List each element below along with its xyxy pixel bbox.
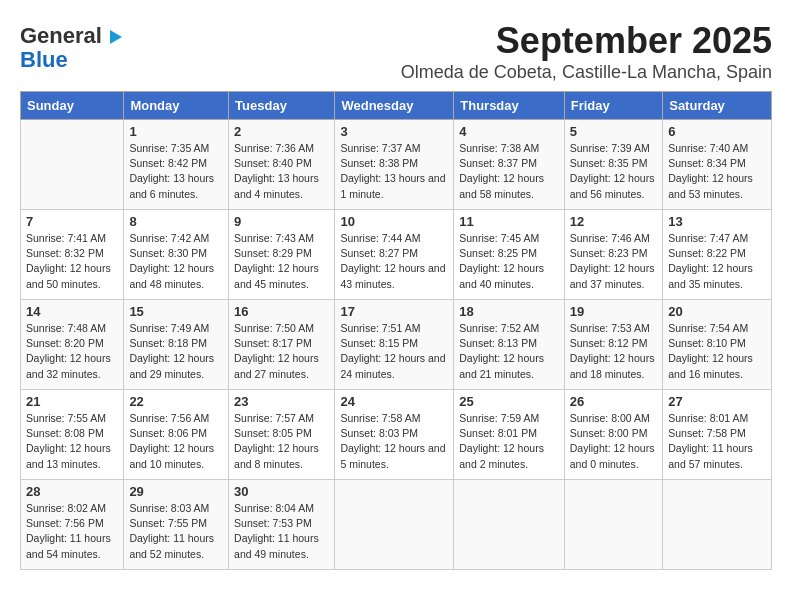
calendar-cell: 10Sunrise: 7:44 AMSunset: 8:27 PMDayligh… <box>335 210 454 300</box>
calendar-cell <box>663 480 772 570</box>
cell-details: Sunrise: 7:55 AMSunset: 8:08 PMDaylight:… <box>26 411 118 472</box>
calendar-cell: 2Sunrise: 7:36 AMSunset: 8:40 PMDaylight… <box>229 120 335 210</box>
calendar-cell: 16Sunrise: 7:50 AMSunset: 8:17 PMDayligh… <box>229 300 335 390</box>
day-number: 26 <box>570 394 657 409</box>
day-number: 7 <box>26 214 118 229</box>
calendar-cell: 26Sunrise: 8:00 AMSunset: 8:00 PMDayligh… <box>564 390 662 480</box>
calendar-cell: 17Sunrise: 7:51 AMSunset: 8:15 PMDayligh… <box>335 300 454 390</box>
page-subtitle: Olmeda de Cobeta, Castille-La Mancha, Sp… <box>20 62 772 83</box>
cell-details: Sunrise: 7:47 AMSunset: 8:22 PMDaylight:… <box>668 231 766 292</box>
calendar-cell: 21Sunrise: 7:55 AMSunset: 8:08 PMDayligh… <box>21 390 124 480</box>
calendar-cell: 29Sunrise: 8:03 AMSunset: 7:55 PMDayligh… <box>124 480 229 570</box>
cell-details: Sunrise: 7:37 AMSunset: 8:38 PMDaylight:… <box>340 141 448 202</box>
day-number: 3 <box>340 124 448 139</box>
calendar-cell: 23Sunrise: 7:57 AMSunset: 8:05 PMDayligh… <box>229 390 335 480</box>
day-number: 28 <box>26 484 118 499</box>
column-header-friday: Friday <box>564 92 662 120</box>
calendar-cell: 14Sunrise: 7:48 AMSunset: 8:20 PMDayligh… <box>21 300 124 390</box>
cell-details: Sunrise: 8:00 AMSunset: 8:00 PMDaylight:… <box>570 411 657 472</box>
day-number: 18 <box>459 304 559 319</box>
calendar-cell: 11Sunrise: 7:45 AMSunset: 8:25 PMDayligh… <box>454 210 565 300</box>
cell-details: Sunrise: 7:51 AMSunset: 8:15 PMDaylight:… <box>340 321 448 382</box>
week-row-2: 7Sunrise: 7:41 AMSunset: 8:32 PMDaylight… <box>21 210 772 300</box>
page-header: September 2025 Olmeda de Cobeta, Castill… <box>20 20 772 83</box>
day-number: 25 <box>459 394 559 409</box>
day-number: 10 <box>340 214 448 229</box>
day-number: 27 <box>668 394 766 409</box>
cell-details: Sunrise: 7:39 AMSunset: 8:35 PMDaylight:… <box>570 141 657 202</box>
calendar-cell: 7Sunrise: 7:41 AMSunset: 8:32 PMDaylight… <box>21 210 124 300</box>
day-number: 2 <box>234 124 329 139</box>
cell-details: Sunrise: 8:03 AMSunset: 7:55 PMDaylight:… <box>129 501 223 562</box>
cell-details: Sunrise: 8:01 AMSunset: 7:58 PMDaylight:… <box>668 411 766 472</box>
cell-details: Sunrise: 7:46 AMSunset: 8:23 PMDaylight:… <box>570 231 657 292</box>
cell-details: Sunrise: 7:42 AMSunset: 8:30 PMDaylight:… <box>129 231 223 292</box>
calendar-cell: 9Sunrise: 7:43 AMSunset: 8:29 PMDaylight… <box>229 210 335 300</box>
cell-details: Sunrise: 7:59 AMSunset: 8:01 PMDaylight:… <box>459 411 559 472</box>
week-row-4: 21Sunrise: 7:55 AMSunset: 8:08 PMDayligh… <box>21 390 772 480</box>
cell-details: Sunrise: 8:02 AMSunset: 7:56 PMDaylight:… <box>26 501 118 562</box>
day-number: 20 <box>668 304 766 319</box>
calendar-cell: 18Sunrise: 7:52 AMSunset: 8:13 PMDayligh… <box>454 300 565 390</box>
logo-general: General <box>20 23 102 48</box>
cell-details: Sunrise: 7:49 AMSunset: 8:18 PMDaylight:… <box>129 321 223 382</box>
cell-details: Sunrise: 7:35 AMSunset: 8:42 PMDaylight:… <box>129 141 223 202</box>
day-number: 22 <box>129 394 223 409</box>
cell-details: Sunrise: 7:45 AMSunset: 8:25 PMDaylight:… <box>459 231 559 292</box>
day-number: 23 <box>234 394 329 409</box>
day-number: 6 <box>668 124 766 139</box>
calendar-cell <box>21 120 124 210</box>
logo-blue: Blue <box>20 48 68 72</box>
day-number: 30 <box>234 484 329 499</box>
calendar-cell: 19Sunrise: 7:53 AMSunset: 8:12 PMDayligh… <box>564 300 662 390</box>
calendar-cell: 4Sunrise: 7:38 AMSunset: 8:37 PMDaylight… <box>454 120 565 210</box>
calendar-cell <box>335 480 454 570</box>
calendar-cell: 30Sunrise: 8:04 AMSunset: 7:53 PMDayligh… <box>229 480 335 570</box>
day-number: 8 <box>129 214 223 229</box>
calendar-cell: 6Sunrise: 7:40 AMSunset: 8:34 PMDaylight… <box>663 120 772 210</box>
cell-details: Sunrise: 7:38 AMSunset: 8:37 PMDaylight:… <box>459 141 559 202</box>
day-number: 12 <box>570 214 657 229</box>
cell-details: Sunrise: 7:58 AMSunset: 8:03 PMDaylight:… <box>340 411 448 472</box>
week-row-5: 28Sunrise: 8:02 AMSunset: 7:56 PMDayligh… <box>21 480 772 570</box>
cell-details: Sunrise: 7:41 AMSunset: 8:32 PMDaylight:… <box>26 231 118 292</box>
calendar-cell: 8Sunrise: 7:42 AMSunset: 8:30 PMDaylight… <box>124 210 229 300</box>
day-number: 9 <box>234 214 329 229</box>
calendar-cell: 22Sunrise: 7:56 AMSunset: 8:06 PMDayligh… <box>124 390 229 480</box>
calendar-cell <box>564 480 662 570</box>
logo: General Blue <box>20 24 122 72</box>
cell-details: Sunrise: 7:40 AMSunset: 8:34 PMDaylight:… <box>668 141 766 202</box>
cell-details: Sunrise: 7:50 AMSunset: 8:17 PMDaylight:… <box>234 321 329 382</box>
column-header-tuesday: Tuesday <box>229 92 335 120</box>
cell-details: Sunrise: 7:54 AMSunset: 8:10 PMDaylight:… <box>668 321 766 382</box>
logo-arrow-icon <box>110 30 122 44</box>
cell-details: Sunrise: 7:57 AMSunset: 8:05 PMDaylight:… <box>234 411 329 472</box>
day-number: 1 <box>129 124 223 139</box>
calendar-cell: 12Sunrise: 7:46 AMSunset: 8:23 PMDayligh… <box>564 210 662 300</box>
column-header-thursday: Thursday <box>454 92 565 120</box>
day-number: 16 <box>234 304 329 319</box>
day-number: 14 <box>26 304 118 319</box>
day-number: 24 <box>340 394 448 409</box>
day-number: 5 <box>570 124 657 139</box>
day-number: 17 <box>340 304 448 319</box>
page-title: September 2025 <box>20 20 772 62</box>
cell-details: Sunrise: 7:53 AMSunset: 8:12 PMDaylight:… <box>570 321 657 382</box>
calendar-table: SundayMondayTuesdayWednesdayThursdayFrid… <box>20 91 772 570</box>
calendar-cell: 13Sunrise: 7:47 AMSunset: 8:22 PMDayligh… <box>663 210 772 300</box>
day-number: 29 <box>129 484 223 499</box>
cell-details: Sunrise: 7:36 AMSunset: 8:40 PMDaylight:… <box>234 141 329 202</box>
cell-details: Sunrise: 7:44 AMSunset: 8:27 PMDaylight:… <box>340 231 448 292</box>
cell-details: Sunrise: 7:48 AMSunset: 8:20 PMDaylight:… <box>26 321 118 382</box>
calendar-cell: 25Sunrise: 7:59 AMSunset: 8:01 PMDayligh… <box>454 390 565 480</box>
day-number: 4 <box>459 124 559 139</box>
calendar-cell: 20Sunrise: 7:54 AMSunset: 8:10 PMDayligh… <box>663 300 772 390</box>
calendar-cell: 5Sunrise: 7:39 AMSunset: 8:35 PMDaylight… <box>564 120 662 210</box>
column-header-monday: Monday <box>124 92 229 120</box>
day-number: 19 <box>570 304 657 319</box>
column-header-saturday: Saturday <box>663 92 772 120</box>
column-header-wednesday: Wednesday <box>335 92 454 120</box>
day-number: 13 <box>668 214 766 229</box>
calendar-cell: 3Sunrise: 7:37 AMSunset: 8:38 PMDaylight… <box>335 120 454 210</box>
cell-details: Sunrise: 7:52 AMSunset: 8:13 PMDaylight:… <box>459 321 559 382</box>
